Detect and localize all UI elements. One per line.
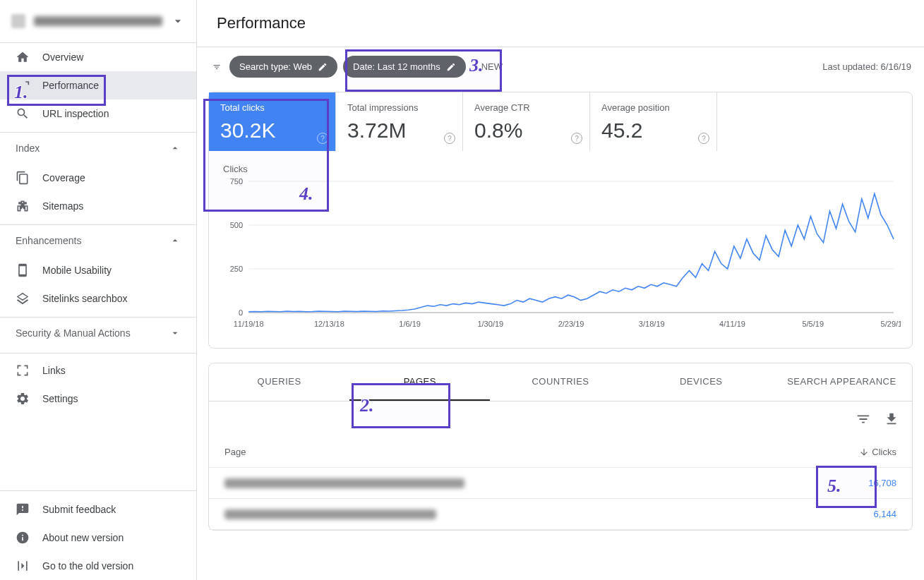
svg-text:12/13/18: 12/13/18: [314, 320, 344, 328]
nav-label: Submit feedback: [42, 504, 116, 515]
gear-icon: [16, 392, 30, 406]
tab-devices[interactable]: DEVICES: [631, 363, 772, 401]
table-row[interactable]: 6,144: [209, 499, 912, 530]
svg-text:3/18/19: 3/18/19: [639, 320, 665, 328]
metric-total-impressions[interactable]: Total impressions 3.72M ?: [336, 92, 463, 151]
clicks-value: 16,708: [868, 478, 896, 488]
chevron-up-icon: [169, 143, 181, 154]
sitemap-icon: [16, 199, 30, 213]
chip-date[interactable]: Date: Last 12 months: [343, 56, 466, 78]
svg-text:750: 750: [230, 179, 243, 186]
nav-label: Coverage: [42, 172, 85, 183]
nav-label: Links: [42, 365, 66, 376]
feedback-icon: [16, 502, 30, 516]
info-icon: [16, 531, 30, 545]
tab-queries[interactable]: QUERIES: [209, 363, 349, 401]
table-header: Page Clicks: [209, 437, 912, 468]
sidebar: Overview Performance URL inspection Inde…: [0, 0, 197, 580]
chart-title: Clicks: [220, 154, 901, 179]
nav-about-new-version[interactable]: About new version: [0, 524, 196, 552]
help-icon[interactable]: ?: [571, 133, 582, 144]
nav-sitemaps[interactable]: Sitemaps: [0, 192, 196, 220]
tab-search-appearance[interactable]: SEARCH APPEARANCE: [772, 363, 912, 401]
performance-card: Total clicks 30.2K ? Total impressions 3…: [208, 92, 913, 349]
nav-label: Performance: [42, 80, 99, 91]
nav-label: Sitelinks searchbox: [42, 293, 128, 304]
results-tabs: QUERIES PAGES COUNTRIES DEVICES SEARCH A…: [209, 363, 912, 401]
nav-label: Mobile Usability: [42, 265, 112, 276]
section-index[interactable]: Index: [0, 132, 196, 164]
nav-label: About new version: [42, 532, 124, 543]
svg-text:5/5/19: 5/5/19: [802, 320, 824, 328]
chart-area: Clicks 025050075011/19/1812/13/181/6/191…: [209, 151, 912, 348]
nav-url-inspection[interactable]: URL inspection: [0, 99, 196, 128]
nav-label: Overview: [42, 52, 83, 63]
svg-text:5/29/19: 5/29/19: [881, 320, 901, 328]
layers-icon: [16, 291, 30, 306]
nav-performance[interactable]: Performance: [0, 71, 196, 99]
property-name-blurred: [34, 16, 162, 26]
filter-bar: Search type: Web Date: Last 12 months NE…: [197, 47, 924, 86]
last-updated: Last updated: 6/16/19: [822, 61, 911, 72]
svg-text:0: 0: [239, 308, 243, 317]
nav-sitelinks-searchbox[interactable]: Sitelinks searchbox: [0, 284, 196, 313]
svg-text:2/23/19: 2/23/19: [558, 320, 584, 328]
svg-text:1/6/19: 1/6/19: [399, 320, 421, 328]
nav-coverage[interactable]: Coverage: [0, 164, 196, 192]
download-icon[interactable]: [884, 411, 899, 427]
svg-text:250: 250: [230, 265, 243, 273]
section-enhancements[interactable]: Enhancements: [0, 224, 196, 256]
sidebar-footer: Submit feedback About new version Go to …: [0, 490, 196, 580]
metric-avg-position[interactable]: Average position 45.2 ?: [590, 92, 717, 151]
property-logo: [11, 14, 25, 28]
nav-mobile-usability[interactable]: Mobile Usability: [0, 256, 196, 284]
metric-avg-ctr[interactable]: Average CTR 0.8% ?: [463, 92, 590, 151]
table-row[interactable]: 16,708: [209, 468, 912, 499]
svg-text:4/11/19: 4/11/19: [719, 320, 745, 328]
page-url-blurred: [224, 478, 464, 488]
nav-submit-feedback[interactable]: Submit feedback: [0, 495, 196, 524]
main-content: Performance Search type: Web Date: Last …: [197, 0, 924, 580]
nav-settings[interactable]: Settings: [0, 385, 196, 413]
col-clicks[interactable]: Clicks: [859, 447, 896, 457]
help-icon[interactable]: ?: [698, 133, 709, 144]
clicks-chart[interactable]: 025050075011/19/1812/13/181/6/191/30/192…: [220, 179, 901, 334]
svg-text:11/19/18: 11/19/18: [234, 320, 264, 328]
help-icon[interactable]: ?: [444, 133, 455, 144]
section-security[interactable]: Security & Manual Actions: [0, 317, 196, 349]
page-url-blurred: [224, 509, 436, 519]
col-page: Page: [224, 447, 246, 457]
filter-icon[interactable]: [210, 60, 224, 74]
chip-search-type[interactable]: Search type: Web: [229, 56, 337, 78]
annotation-label-4: 4.: [299, 183, 313, 205]
clicks-value: 6,144: [873, 509, 896, 519]
nav-overview[interactable]: Overview: [0, 43, 196, 71]
help-icon[interactable]: ?: [317, 133, 328, 144]
annotation-label-1: 1.: [14, 82, 28, 103]
chevron-up-icon: [169, 235, 181, 246]
link-icon: [16, 363, 30, 377]
nav-go-to-old-version[interactable]: Go to the old version: [0, 552, 196, 580]
annotation-label-5: 5.: [827, 476, 841, 497]
pages-icon: [16, 171, 30, 185]
filter-icon[interactable]: [856, 411, 871, 427]
search-icon: [16, 107, 30, 121]
metric-total-clicks[interactable]: Total clicks 30.2K ?: [209, 92, 336, 151]
property-selector[interactable]: [0, 0, 196, 43]
nav-label: Go to the old version: [42, 560, 133, 572]
nav-links[interactable]: Links: [0, 353, 196, 385]
pencil-icon: [446, 62, 456, 72]
svg-text:1/30/19: 1/30/19: [477, 320, 503, 328]
exit-icon: [16, 559, 30, 573]
annotation-label-3: 3.: [469, 55, 484, 76]
tab-countries[interactable]: COUNTRIES: [490, 363, 630, 401]
page-title: Performance: [197, 0, 924, 47]
arrow-down-icon: [859, 447, 869, 457]
chevron-down-icon: [171, 14, 185, 28]
annotation-label-2: 2.: [360, 395, 374, 416]
nav-label: Sitemaps: [42, 200, 83, 212]
home-icon: [16, 50, 30, 64]
nav-label: URL inspection: [42, 108, 109, 119]
table-toolbar: [209, 401, 912, 437]
metric-row: Total clicks 30.2K ? Total impressions 3…: [209, 92, 912, 151]
